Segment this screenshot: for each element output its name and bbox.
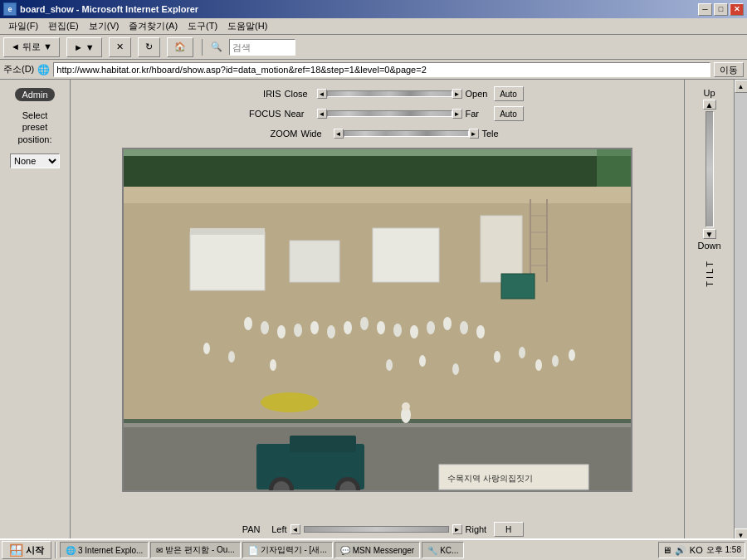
tray-sound-icon: 🔊 [675, 545, 686, 556]
taskbar-item-3[interactable]: 💬 MSN Messenger [334, 542, 420, 558]
address-label: 주소(D) [3, 63, 34, 75]
menu-edit[interactable]: 편집(E) [43, 18, 84, 34]
title-bar: e board_show - Microsoft Internet Explor… [0, 0, 747, 18]
forward-button[interactable]: ► ▼ [66, 37, 102, 57]
svg-point-45 [402, 402, 410, 411]
iris-open-label: Open [466, 89, 491, 99]
svg-point-24 [360, 317, 369, 330]
ie-small-icon: 🌐 [37, 64, 50, 75]
iris-label: IRIS [232, 89, 281, 99]
tray-lang-icon: KO [690, 545, 703, 555]
camera-scene: 수목지역 사랑의집짓기 [124, 149, 632, 492]
svg-point-19 [277, 325, 286, 338]
iris-auto-button[interactable]: Auto [494, 86, 524, 101]
svg-point-25 [377, 321, 385, 334]
iris-track[interactable] [327, 90, 452, 97]
svg-rect-9 [481, 216, 522, 282]
admin-badge[interactable]: Admin [15, 88, 54, 101]
maximize-button[interactable]: □ [714, 3, 728, 16]
zoom-wide-label: Wide [301, 129, 330, 139]
svg-point-41 [552, 355, 559, 367]
pan-track[interactable] [304, 526, 449, 533]
iris-left-arrow[interactable]: ◄ [317, 89, 327, 99]
menu-tools[interactable]: 도구(T) [183, 18, 222, 34]
main-content: Admin Selectpresetposition: None Preset … [0, 80, 747, 542]
tilt-side-label: TILT [705, 259, 715, 287]
svg-point-33 [228, 351, 235, 363]
taskbar-item-4[interactable]: 🔧 KC... [422, 542, 464, 558]
svg-rect-7 [290, 241, 339, 282]
focus-label: FOCUS [232, 109, 281, 119]
back-button[interactable]: ◄ 뒤로 ▼ [3, 37, 60, 57]
go-button[interactable]: 이동 [714, 62, 744, 77]
svg-point-17 [244, 317, 252, 330]
svg-rect-3 [124, 187, 632, 419]
zoom-label: ZOOM [248, 129, 298, 139]
svg-rect-4 [124, 187, 632, 203]
taskbar-item-2[interactable]: 📄 기자입력기 - [새... [242, 542, 333, 558]
tilt-down-label: Down [697, 241, 720, 251]
address-input[interactable] [53, 62, 710, 77]
zoom-control-row: ZOOM Wide ◄ ► Tele [248, 124, 507, 143]
preset-label: Selectpresetposition: [18, 110, 52, 145]
scroll-track[interactable] [735, 93, 748, 528]
scroll-up-button[interactable]: ▲ [735, 80, 748, 93]
svg-rect-8 [373, 228, 439, 282]
svg-point-35 [386, 359, 393, 371]
svg-point-20 [294, 324, 302, 337]
svg-rect-55 [124, 423, 632, 427]
focus-control-row: FOCUS Near ◄ ► Far Auto [232, 105, 524, 123]
zoom-right-arrow[interactable]: ► [469, 129, 479, 139]
svg-rect-6 [190, 228, 265, 235]
menu-view[interactable]: 보기(V) [84, 18, 124, 34]
pan-left-arrow[interactable]: ◄ [290, 524, 300, 534]
start-button[interactable]: 🪟 시작 [2, 541, 51, 559]
camera-controls: IRIS Close ◄ ► Open Auto FOCUS Near ◄ [71, 83, 684, 144]
pan-right-arrow[interactable]: ► [452, 524, 462, 534]
left-sidebar: Admin Selectpresetposition: None Preset … [0, 80, 71, 542]
iris-right-arrow[interactable]: ► [452, 89, 462, 99]
tilt-track[interactable] [706, 111, 714, 227]
pan-right-label: Right [466, 524, 491, 534]
preset-select[interactable]: None Preset 1 Preset 2 [10, 153, 60, 168]
tray-network-icon: 🖥 [662, 545, 671, 555]
menu-help[interactable]: 도움말(H) [222, 18, 272, 34]
menu-favorites[interactable]: 즐겨찾기(A) [124, 18, 183, 34]
pan-left-label: Left [264, 524, 287, 534]
svg-point-43 [261, 392, 319, 412]
close-button[interactable]: ✕ [730, 3, 744, 16]
zoom-left-arrow[interactable]: ◄ [334, 129, 344, 139]
refresh-button[interactable]: ↻ [138, 37, 160, 57]
svg-point-30 [460, 321, 468, 334]
taskbar-item-0[interactable]: 🌐 3 Internet Explo... [60, 542, 149, 558]
focus-track[interactable] [327, 110, 452, 117]
minimize-button[interactable]: ─ [698, 3, 712, 16]
taskbar-item-1[interactable]: ✉ 받은 편지함 - Ou... [150, 542, 240, 558]
right-scrollbar: ▲ ▼ [734, 80, 747, 542]
focus-left-arrow[interactable]: ◄ [317, 109, 327, 119]
svg-point-32 [203, 343, 210, 354]
search-input[interactable] [229, 39, 295, 56]
pan-control: PAN Left ◄ ► Right H [71, 520, 684, 538]
pan-h-button[interactable]: H [494, 522, 524, 537]
tilt-up-button[interactable]: ▲ [703, 100, 716, 110]
stop-button[interactable]: ✕ [109, 37, 131, 57]
nav-bar: ◄ 뒤로 ▼ ► ▼ ✕ ↻ 🏠 🔍 [0, 35, 747, 60]
svg-point-37 [452, 363, 459, 375]
tilt-down-button[interactable]: ▼ [703, 229, 716, 239]
svg-point-36 [419, 355, 426, 367]
window-title: board_show - Microsoft Internet Explorer [20, 4, 198, 14]
nav-separator [202, 39, 203, 56]
focus-right-arrow[interactable]: ► [452, 109, 462, 119]
svg-point-29 [443, 317, 452, 330]
zoom-track[interactable] [344, 130, 469, 137]
svg-point-42 [569, 349, 575, 361]
tilt-up-label: Up [703, 88, 715, 98]
start-label: 시작 [26, 544, 44, 557]
focus-near-label: Near [285, 109, 314, 119]
focus-auto-button[interactable]: Auto [494, 106, 524, 121]
home-button[interactable]: 🏠 [167, 37, 193, 57]
menu-file[interactable]: 파일(F) [3, 18, 43, 34]
taskbar-separator [55, 542, 56, 558]
title-bar-buttons: ─ □ ✕ [698, 3, 744, 16]
